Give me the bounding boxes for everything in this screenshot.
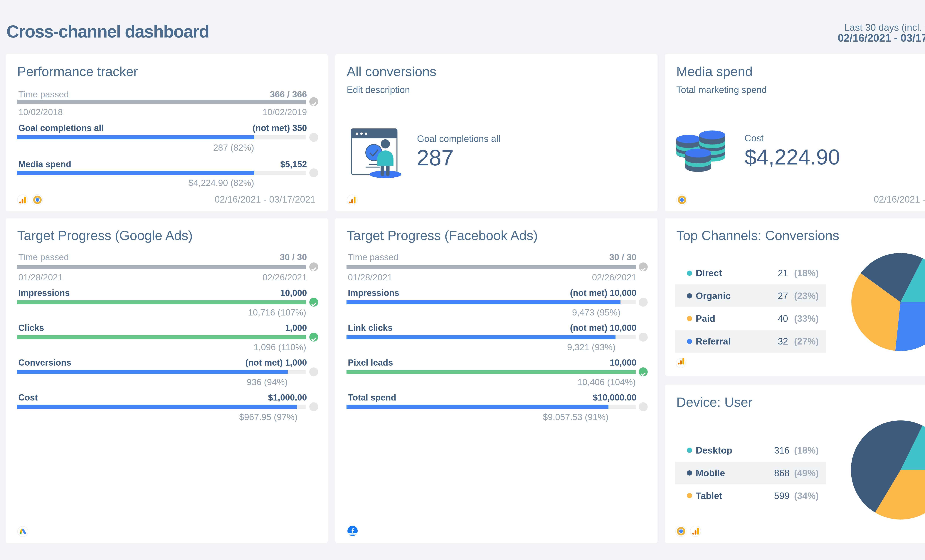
svg-text:ads: ads <box>351 533 354 534</box>
